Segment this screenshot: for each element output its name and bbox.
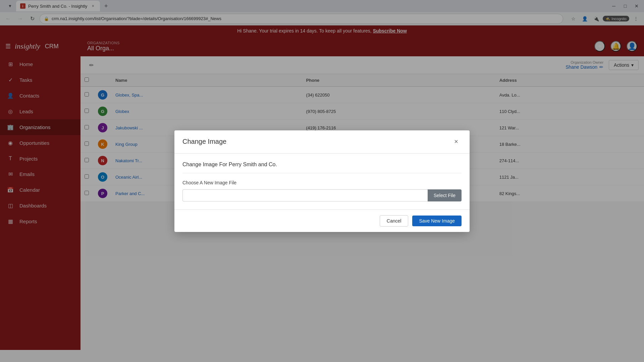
modal-header: Change Image × xyxy=(174,130,470,154)
cancel-btn[interactable]: Cancel xyxy=(380,215,409,227)
file-section-label: Choose A New Image File xyxy=(182,180,462,185)
save-new-image-btn[interactable]: Save New Image xyxy=(412,216,462,226)
modal-overlay[interactable]: Change Image × Change Image For Perry Sm… xyxy=(0,0,644,362)
file-text-input[interactable] xyxy=(182,189,428,201)
modal-footer: Cancel Save New Image xyxy=(174,209,470,232)
change-image-modal: Change Image × Change Image For Perry Sm… xyxy=(174,130,470,232)
select-file-btn[interactable]: Select File xyxy=(428,189,462,201)
modal-subtitle: Change Image For Perry Smith and Co. xyxy=(182,162,462,173)
modal-title: Change Image xyxy=(182,138,226,145)
file-input-row: Select File xyxy=(182,189,462,201)
modal-close-btn[interactable]: × xyxy=(451,136,462,147)
modal-body: Change Image For Perry Smith and Co. Cho… xyxy=(174,154,470,209)
